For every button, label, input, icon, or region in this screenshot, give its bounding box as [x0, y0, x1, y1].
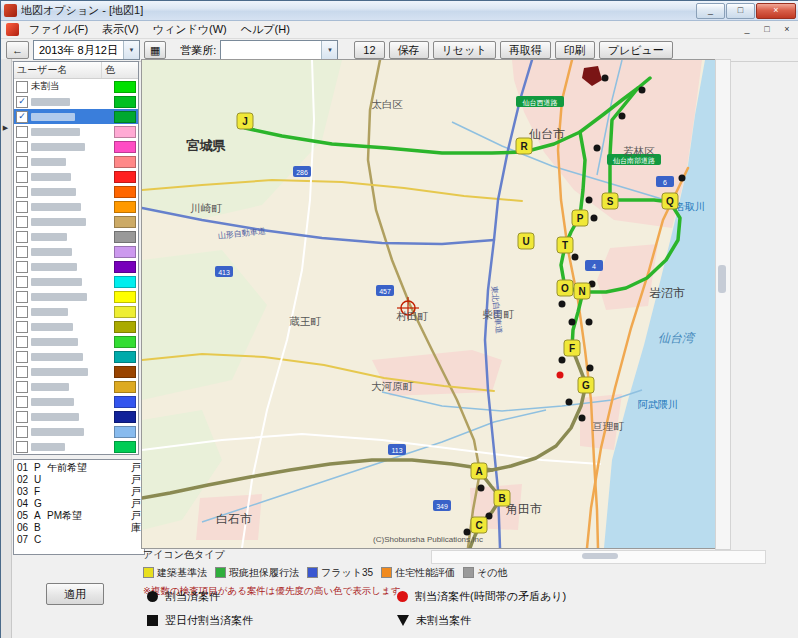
assigned-case-dot[interactable]: [602, 75, 609, 82]
close-button[interactable]: ×: [756, 3, 796, 19]
user-checkbox[interactable]: [16, 246, 28, 258]
user-checkbox[interactable]: [16, 156, 28, 168]
back-button[interactable]: ←: [6, 41, 29, 59]
mdi-minimize-button[interactable]: _: [737, 23, 757, 37]
user-checkbox[interactable]: ✓: [16, 111, 28, 123]
assigned-case-dot[interactable]: [586, 197, 593, 204]
user-row[interactable]: [14, 199, 138, 214]
user-name-column-header[interactable]: ユーザー名: [14, 62, 102, 78]
user-row[interactable]: [14, 424, 138, 439]
user-row[interactable]: [14, 289, 138, 304]
user-row[interactable]: [14, 124, 138, 139]
schedule-row[interactable]: 03F戸: [17, 486, 141, 498]
assigned-case-dot[interactable]: [619, 113, 626, 120]
assigned-case-dot[interactable]: [639, 87, 646, 94]
user-checkbox[interactable]: [16, 81, 28, 93]
menu-file[interactable]: ファイル(F): [22, 21, 95, 38]
assigned-case-dot[interactable]: [587, 365, 594, 372]
schedule-row[interactable]: 06B庫: [17, 522, 141, 534]
user-checkbox[interactable]: [16, 351, 28, 363]
user-row[interactable]: [14, 169, 138, 184]
assigned-case-dot[interactable]: [478, 485, 485, 492]
schedule-row[interactable]: 04G戸: [17, 498, 141, 510]
user-row[interactable]: [14, 304, 138, 319]
assigned-case-dot[interactable]: [569, 319, 576, 326]
user-checkbox[interactable]: [16, 186, 28, 198]
expand-panel-button[interactable]: ▶: [1, 119, 10, 137]
calendar-button[interactable]: ▦: [144, 41, 166, 59]
schedule-row[interactable]: 02U戸: [17, 474, 141, 486]
user-row[interactable]: [14, 319, 138, 334]
assigned-case-dot[interactable]: [679, 175, 686, 182]
user-row[interactable]: [14, 229, 138, 244]
user-row[interactable]: ✓: [14, 109, 138, 124]
user-row[interactable]: [14, 274, 138, 289]
assigned-case-dot[interactable]: [586, 319, 593, 326]
menu-view[interactable]: 表示(V): [95, 21, 146, 38]
user-row[interactable]: [14, 379, 138, 394]
user-checkbox[interactable]: [16, 141, 28, 153]
date-picker[interactable]: 2013年 8月12日 ▼: [33, 40, 140, 60]
user-row[interactable]: [14, 154, 138, 169]
chevron-down-icon[interactable]: ▼: [321, 41, 337, 59]
user-checkbox[interactable]: [16, 381, 28, 393]
menu-help[interactable]: ヘルプ(H): [234, 21, 297, 38]
user-row[interactable]: [14, 244, 138, 259]
schedule-row[interactable]: 05APM希望戸: [17, 510, 141, 522]
minimize-button[interactable]: _: [696, 3, 725, 19]
user-row[interactable]: [14, 184, 138, 199]
user-row[interactable]: [14, 439, 138, 454]
user-checkbox[interactable]: [16, 201, 28, 213]
reset-button[interactable]: リセット: [433, 41, 496, 59]
assigned-case-dot[interactable]: [559, 301, 566, 308]
user-row[interactable]: 未割当: [14, 79, 138, 94]
user-checkbox[interactable]: [16, 366, 28, 378]
user-row[interactable]: [14, 364, 138, 379]
schedule-list[interactable]: 01P午前希望戸02U戸03F戸04G戸05APM希望戸06B庫07C: [13, 459, 145, 555]
user-row[interactable]: [14, 214, 138, 229]
user-checkbox[interactable]: [16, 261, 28, 273]
menu-window[interactable]: ウィンドウ(W): [146, 21, 234, 38]
user-row[interactable]: ✓: [14, 94, 138, 109]
assigned-case-dot[interactable]: [464, 529, 471, 536]
assigned-case-dot[interactable]: [572, 254, 579, 261]
user-checkbox[interactable]: [16, 426, 28, 438]
user-row[interactable]: [14, 334, 138, 349]
save-button[interactable]: 保存: [389, 41, 429, 59]
user-row[interactable]: [14, 349, 138, 364]
schedule-row[interactable]: 07C: [17, 534, 141, 546]
conflict-case-dot[interactable]: [557, 372, 564, 379]
mdi-close-button[interactable]: ×: [777, 23, 797, 37]
user-checkbox[interactable]: [16, 306, 28, 318]
color-column-header[interactable]: 色: [102, 62, 138, 78]
user-checkbox[interactable]: [16, 396, 28, 408]
user-checkbox[interactable]: [16, 231, 28, 243]
schedule-row[interactable]: 01P午前希望戸: [17, 462, 141, 474]
map-vertical-scrollbar[interactable]: [715, 59, 731, 550]
maximize-button[interactable]: □: [726, 3, 755, 19]
assigned-case-dot[interactable]: [591, 215, 598, 222]
print-button[interactable]: 印刷: [555, 41, 595, 59]
chevron-down-icon[interactable]: ▼: [123, 41, 139, 59]
assigned-case-dot[interactable]: [566, 399, 573, 406]
mdi-restore-button[interactable]: □: [757, 23, 777, 37]
preview-button[interactable]: プレビュー: [599, 41, 673, 59]
office-select[interactable]: ▼: [220, 40, 338, 60]
apply-button[interactable]: 適用: [46, 583, 104, 605]
user-checkbox[interactable]: [16, 321, 28, 333]
user-row[interactable]: [14, 259, 138, 274]
user-checkbox[interactable]: [16, 126, 28, 138]
assigned-case-dot[interactable]: [559, 357, 566, 364]
user-checkbox[interactable]: [16, 291, 28, 303]
user-row[interactable]: [14, 409, 138, 424]
user-checkbox[interactable]: [16, 336, 28, 348]
vertical-scrollbar-thumb[interactable]: [718, 265, 726, 293]
assigned-case-dot[interactable]: [579, 415, 586, 422]
user-checkbox[interactable]: [16, 216, 28, 228]
count-button[interactable]: 12: [354, 41, 384, 59]
user-checkbox[interactable]: [16, 171, 28, 183]
user-row[interactable]: [14, 139, 138, 154]
map-canvas[interactable]: 28641345711334946仙台西道路仙台南部道路宮城県仙台市太白区若林区…: [141, 59, 716, 549]
user-checkbox[interactable]: [16, 411, 28, 423]
user-list[interactable]: ユーザー名 色 未割当✓✓: [13, 61, 139, 455]
